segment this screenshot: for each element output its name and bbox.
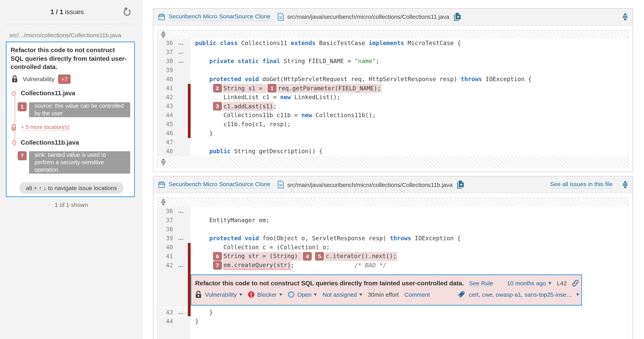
see-rule-link[interactable]: See Rule: [469, 280, 493, 287]
issue-location-highlight[interactable]: String s1 =: [223, 84, 267, 93]
line-number[interactable]: 36: [158, 39, 176, 48]
code-text: [241, 235, 245, 242]
issue-locations-badge[interactable]: +7: [58, 74, 70, 84]
issue-card[interactable]: Refactor this code to not construct SQL …: [6, 41, 135, 197]
issue-type-row: Vulnerability +7: [10, 74, 130, 84]
expand-up-icon[interactable]: [161, 31, 166, 38]
code-text: ;: [291, 262, 354, 269]
flow-location-circle[interactable]: [12, 91, 16, 95]
issue-tags-dropdown[interactable]: cert, cwe, owasp-a1, sans-top25-inse…: [458, 291, 579, 298]
fold-column: [176, 120, 185, 129]
issue-meta: 10 months ago L42: [507, 280, 579, 287]
panel2-expand-up-strip[interactable]: [158, 198, 628, 207]
location-marker[interactable]: 7: [18, 151, 27, 160]
line-number[interactable]: 38: [158, 57, 176, 66]
flow-location-circle[interactable]: [12, 140, 16, 145]
issue-message[interactable]: Refactor this code to not construct SQL …: [195, 280, 464, 287]
folded-lines-ellipsis[interactable]: …: [176, 308, 185, 317]
code-content: }: [190, 308, 628, 317]
issue-assignee-dropdown[interactable]: Not assigned: [322, 291, 362, 298]
code-text: [216, 39, 220, 47]
issue-location-highlight[interactable]: req.getParameter(FIELD_NAME);: [277, 84, 382, 93]
issue-location-highlight[interactable]: String str = (String): [223, 252, 302, 261]
issue-status-dropdown[interactable]: Open: [288, 291, 317, 298]
line-number[interactable]: 40: [158, 75, 176, 84]
line-number[interactable]: 36: [158, 207, 176, 216]
location-marker[interactable]: 4: [303, 252, 312, 260]
code-line: 44 Collections11b c11b = new Collections…: [158, 111, 628, 120]
location-marker[interactable]: 1: [268, 84, 276, 92]
issue-location-highlight[interactable]: c.iterator().next();: [325, 252, 397, 261]
location-marker[interactable]: 3: [213, 102, 222, 110]
location-marker[interactable]: 1: [18, 102, 27, 111]
sidebar-header: 1 / 1issues: [0, 0, 143, 24]
line-number[interactable]: 43: [158, 102, 176, 111]
line-number[interactable]: 37: [158, 216, 176, 225]
issue-age-dropdown[interactable]: 10 months ago: [507, 280, 546, 287]
location-marker[interactable]: 5: [315, 252, 324, 260]
project-link[interactable]: Securibench Micro SonarSource Clone: [169, 13, 270, 20]
line-number[interactable]: 41: [158, 252, 176, 261]
inline-issue-box[interactable]: Refactor this code to not construct SQL …: [190, 274, 582, 306]
expand-down-icon[interactable]: [161, 159, 166, 166]
line-number[interactable]: 46: [158, 129, 176, 138]
code-text: String s1 =: [224, 85, 266, 92]
location-marker[interactable]: 6: [213, 252, 222, 260]
location-message[interactable]: sink: tainted value is used to perform a…: [29, 151, 130, 174]
code-line: 45 c11b.foo(c1, resp);: [158, 120, 628, 129]
permalink-icon[interactable]: [572, 280, 579, 287]
location-message[interactable]: source: this value can be controlled by …: [29, 102, 130, 117]
line-number[interactable]: 38: [158, 225, 176, 234]
expand-up-icon[interactable]: [161, 199, 166, 206]
line-number[interactable]: 39: [158, 234, 176, 243]
issue-box-cell: Refactor this code to not construct SQL …: [190, 270, 628, 308]
fold-column: [176, 243, 185, 252]
folded-lines-ellipsis[interactable]: …: [176, 207, 185, 216]
issues-sidebar: 1 / 1issues src/.../micro/collections/Co…: [0, 0, 143, 339]
line-number[interactable]: 44: [158, 111, 176, 120]
folded-lines-ellipsis[interactable]: …: [176, 39, 185, 48]
line-number[interactable]: 43: [158, 308, 176, 317]
panel2-expand-icon[interactable]: [623, 181, 628, 189]
see-all-issues-link[interactable]: See all issues in this file: [550, 181, 613, 189]
line-number[interactable]: 40: [158, 243, 176, 252]
line-number[interactable]: 39: [158, 66, 176, 75]
issue-bar-column: [185, 84, 190, 93]
line-number[interactable]: 48: [158, 147, 176, 156]
folded-lines-ellipsis[interactable]: …: [176, 57, 185, 66]
issue-type-dropdown[interactable]: Vulnerability: [195, 290, 242, 299]
panel1-expand-icon[interactable]: [623, 13, 628, 20]
folded-lines-ellipsis[interactable]: …: [176, 261, 185, 270]
issue-location-highlight[interactable]: c1.addLast(s1): [223, 102, 274, 111]
line-number[interactable]: 42: [158, 261, 176, 270]
panel1-expand-down-strip[interactable]: [158, 156, 628, 168]
issue-severity-dropdown[interactable]: Blocker: [248, 291, 282, 298]
issue-title[interactable]: Refactor this code to not construct SQL …: [10, 46, 130, 71]
issue-location-highlight[interactable]: em.createQuery(str): [223, 261, 292, 270]
comment-button[interactable]: Comment: [404, 291, 430, 298]
project-link[interactable]: Securibench Micro SonarSource Clone: [169, 181, 270, 189]
folded-lines-ellipsis[interactable]: …: [176, 48, 185, 57]
folded-lines-ellipsis[interactable]: …: [176, 234, 185, 243]
line-number[interactable]: 44: [158, 317, 176, 326]
line-number[interactable]: 45: [158, 120, 176, 129]
reload-icon[interactable]: [122, 7, 132, 17]
line-number[interactable]: 37: [158, 48, 176, 57]
location-marker[interactable]: 2: [213, 84, 222, 92]
copy-path-icon[interactable]: [457, 180, 464, 189]
line-number[interactable]: 41: [158, 84, 176, 93]
line-number[interactable]: 42: [158, 93, 176, 102]
project-link-wrap[interactable]: Securibench Micro SonarSource Clone: [158, 181, 270, 189]
file-path-text: src/main/java/securibench/micro/collecti…: [287, 13, 449, 20]
code-content: [190, 138, 628, 147]
flow-location-row: 1source: this value can be controlled by…: [10, 102, 130, 117]
panel1-expand-up-strip[interactable]: [158, 30, 628, 39]
copy-path-icon[interactable]: [454, 12, 461, 21]
issue-type-label: Vulnerability: [23, 76, 54, 82]
more-locations-link[interactable]: + 5 more location(s): [21, 124, 70, 131]
project-link-wrap[interactable]: Securibench Micro SonarSource Clone: [158, 13, 270, 20]
location-marker[interactable]: 7: [213, 261, 222, 270]
issue-location-bar: [188, 243, 190, 252]
line-number[interactable]: 47: [158, 138, 176, 147]
code-keyword: public: [209, 148, 230, 155]
